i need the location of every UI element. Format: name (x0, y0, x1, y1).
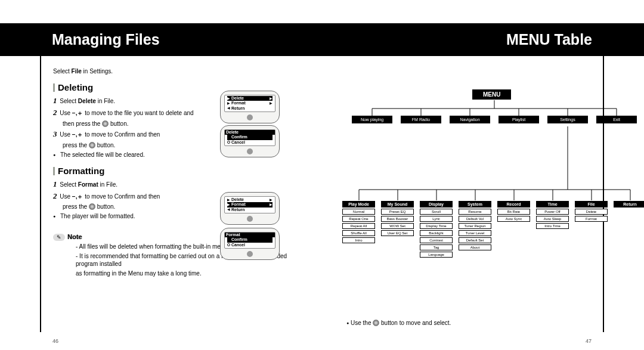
menu-l2-header: Display (420, 201, 453, 207)
menu-l2-item: Backlight (420, 230, 453, 236)
menu-l2-item: Format (575, 216, 608, 222)
menu-l1-box: Playlist (499, 116, 539, 123)
menu-l2-item: Bit Rate (497, 209, 530, 215)
note-line-3: as formatting in the Menu may take a lon… (53, 270, 309, 277)
menu-l2-col: DisplayScrollLyricDisplay TimeBacklightC… (420, 201, 453, 259)
menu-l2-item: Tuner Region (459, 223, 491, 229)
m-button-icon (247, 114, 253, 120)
menu-level-2: Play ModeNormalRepeat OneRepeat AllShuff… (333, 201, 644, 259)
menu-l2-item: Lyric (420, 216, 453, 222)
menu-l2-item: Language (420, 252, 453, 258)
menu-l2-col: FileDeleteFormat (575, 201, 608, 259)
manual-spread: Managing Files MENU Table Select File in… (0, 0, 644, 350)
menu-l2-col: Play ModeNormalRepeat OneRepeat AllShuff… (342, 201, 375, 259)
m-button-icon (89, 203, 95, 210)
menu-l2-header: System (459, 201, 491, 207)
menu-l2-item: Intro (342, 237, 375, 243)
menu-l2-col: My SoundPreset EQBass BoosterWOW SetUser… (381, 201, 414, 259)
menu-l2-col: RecordBit RateAuto Sync (497, 201, 530, 259)
menu-l2-col: Return (614, 201, 644, 259)
m-button-icon (89, 142, 95, 148)
menu-l1-box: Navigation (450, 116, 490, 123)
menu-l2-item: Resume (459, 209, 491, 215)
menu-l2-item: Tuner Level (459, 230, 491, 236)
menu-l2-item: Power Off (536, 209, 569, 215)
menu-l2-col: SystemResumeDefault VolTuner RegionTuner… (459, 201, 491, 259)
page-number-left: 46 (52, 338, 58, 344)
header-left: Managing Files (41, 31, 160, 48)
menu-l2-header: File (575, 201, 608, 207)
menu-l2-item: Display Time (420, 223, 453, 229)
menu-l2-item: Contrast (420, 237, 453, 243)
m-button-icon (373, 320, 379, 326)
menu-l2-item: Tag (420, 244, 453, 250)
legend: ● Use the button to move and select. (346, 320, 451, 326)
device-screen-1: ▶ Delete▶▶ Format▶◀ Return (220, 91, 280, 123)
menu-l2-item: Auto Sleep (536, 216, 569, 222)
device-screen-3: ▶ Delete▶▶ Format▶◀ Return (220, 192, 280, 225)
menu-l2-header: Return (614, 201, 644, 207)
menu-l1-box: Now playing (352, 116, 392, 123)
menu-l2-header: Record (497, 201, 530, 207)
header-right: MENU Table (506, 31, 603, 48)
menu-l2-item: Preset EQ (381, 209, 414, 215)
formatting-step-1: 1 Select Format in File. (53, 179, 309, 190)
menu-l2-col: TimePower OffAuto SleepIntro Time (536, 201, 569, 259)
content-frame: Managing Files MENU Table Select File in… (40, 36, 604, 332)
menu-l2-item: Scroll (420, 209, 453, 215)
menu-l2-item: Shuffle All (342, 230, 375, 236)
menu-l2-item: Normal (342, 209, 375, 215)
menu-root-box: MENU (472, 89, 511, 100)
menu-l2-header: Play Mode (342, 201, 375, 207)
menu-l1-box: FM Radio (401, 116, 441, 123)
menu-l2-item: About (459, 244, 491, 250)
note-icon: ✎ (53, 234, 65, 241)
m-button-icon (247, 148, 253, 154)
section-formatting: Formatting (53, 166, 309, 176)
m-button-icon (102, 120, 109, 127)
menu-l2-item: Default Set (459, 237, 491, 243)
menu-l2-item: Repeat All (342, 223, 375, 229)
intro-text: Select File in Settings. (53, 67, 309, 75)
device-screen-4: Format Confirm Cancel (220, 228, 280, 260)
menu-l2-header: My Sound (381, 201, 414, 207)
page-number-right: 47 (586, 338, 592, 344)
device-screen-2: Delete Confirm Cancel (220, 125, 280, 157)
menu-l2-item: Auto Sync (497, 216, 530, 222)
menu-l2-item: Repeat One (342, 216, 375, 222)
menu-l2-item: Bass Booster (381, 216, 414, 222)
menu-l2-item: User EQ Set (381, 230, 414, 236)
menu-l1-box: Settings (547, 116, 588, 123)
menu-l2-item: Default Vol (459, 216, 491, 222)
m-button-icon (247, 251, 253, 257)
m-button-icon (247, 216, 253, 222)
note-label: Note (67, 233, 82, 240)
menu-l2-item: WOW Set (381, 223, 414, 229)
menu-l2-item: Delete (575, 209, 608, 215)
menu-l1-box: Exit (596, 116, 637, 123)
menu-level-1: Now playingFM RadioNavigationPlaylistSet… (333, 116, 644, 123)
menu-l2-header: Time (536, 201, 569, 207)
menu-l2-item: Intro Time (536, 223, 569, 229)
